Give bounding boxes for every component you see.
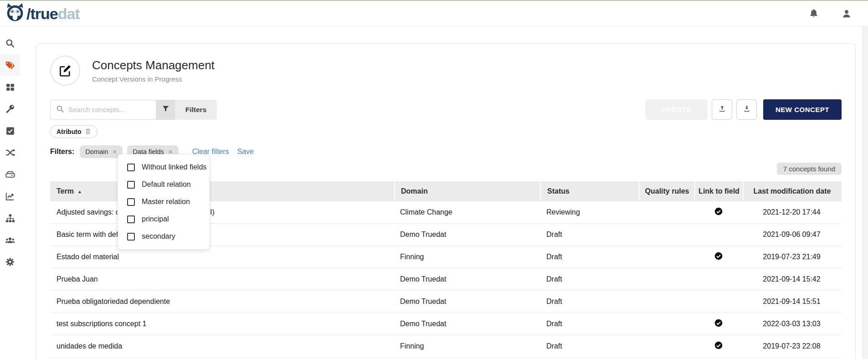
option-checkbox[interactable] [127, 164, 135, 171]
filters-bar-label: Filters: [50, 148, 74, 156]
sidebar-item-glossary[interactable] [0, 54, 20, 76]
gear-icon [5, 257, 15, 267]
sidebar-item-modules[interactable] [0, 76, 20, 98]
table-row[interactable]: unidades de medida Finning Draft 2019-07… [50, 335, 842, 358]
sitemap-icon [5, 213, 15, 223]
page-header: Concepts Management Concept Versions in … [50, 56, 842, 86]
page-scrollbar[interactable] [863, 26, 868, 359]
sidebar-nav [0, 26, 20, 359]
column-header-status[interactable]: Status [540, 181, 639, 201]
tags-icon [5, 60, 16, 70]
table-row[interactable]: test subscriptions concept 1 Demo Trueda… [50, 313, 842, 335]
search-icon [56, 105, 64, 115]
column-header-link-to-field[interactable]: Link to field [694, 181, 743, 201]
search-group: Filters [50, 100, 217, 120]
dropdown-option[interactable]: secondary [118, 228, 209, 245]
filter-funnel-button[interactable] [156, 100, 175, 120]
upload-icon [718, 104, 727, 115]
sidebar-item-credentials[interactable] [0, 98, 20, 120]
sidebar-item-users[interactable] [0, 229, 20, 251]
toolbar: Filters UPDATE NEW CONCEPT [50, 99, 842, 120]
hard-drive-icon [5, 169, 15, 180]
page-title: Concepts Management [92, 58, 215, 72]
table-row[interactable]: Prueba obligatoriedad dependiente Demo T… [50, 291, 842, 313]
users-icon [5, 235, 15, 245]
download-icon [742, 104, 751, 115]
check-square-icon [5, 126, 15, 136]
sidebar-item-quality[interactable] [0, 120, 20, 142]
results-count-badge: 7 concepts found [777, 163, 842, 175]
key-icon [5, 104, 15, 114]
option-checkbox[interactable] [127, 181, 135, 189]
dropdown-option[interactable]: Master relation [118, 193, 209, 210]
sidebar-item-search[interactable] [0, 32, 20, 54]
active-filter-chip[interactable]: Domain ✕ [80, 145, 123, 158]
sidebar-item-structures[interactable] [0, 164, 20, 185]
top-navbar: /truedat [0, 0, 868, 26]
update-button[interactable]: UPDATE [645, 99, 708, 120]
table-row[interactable]: Prueba Juan Demo Truedat Draft 2021-09-1… [50, 268, 842, 291]
sidebar-item-relations[interactable] [0, 142, 20, 164]
search-input[interactable] [68, 106, 146, 113]
shuffle-icon [5, 148, 15, 158]
user-icon[interactable] [841, 8, 853, 20]
grid-icon [5, 82, 15, 92]
dropdown-option[interactable]: Default relation [118, 176, 209, 193]
dropdown-option[interactable]: Without linked fields [118, 159, 209, 176]
owl-logo-icon [5, 3, 25, 25]
truedat-logo[interactable]: /truedat [5, 3, 80, 25]
new-concept-button[interactable]: NEW CONCEPT [763, 99, 842, 120]
column-header-quality-rules[interactable]: Quality rules [639, 181, 694, 201]
link-check-circle-icon [714, 207, 723, 217]
edit-pencil-square-icon [50, 56, 80, 86]
page-subtitle: Concept Versions in Progress [92, 75, 215, 83]
column-header-term[interactable]: Term▲ [50, 181, 394, 201]
option-checkbox[interactable] [127, 215, 135, 223]
filters-toggle-button[interactable]: Filters [175, 100, 217, 120]
bell-icon[interactable] [808, 8, 820, 20]
remove-filter-icon[interactable]: ✕ [112, 149, 117, 155]
sidebar-item-lineage[interactable] [0, 207, 20, 229]
logo-text: /truedat [26, 6, 80, 21]
upload-button[interactable] [712, 99, 732, 120]
search-icon [5, 38, 15, 48]
template-chip-atributo[interactable]: Atributo [50, 125, 98, 138]
save-filters-link[interactable]: Save [237, 148, 254, 156]
sort-asc-icon: ▲ [77, 189, 82, 194]
concepts-card: Concepts Management Concept Versions in … [36, 43, 856, 359]
link-check-circle-icon [714, 319, 723, 329]
funnel-icon [162, 105, 169, 114]
sidebar-item-settings[interactable] [0, 251, 20, 273]
download-button[interactable] [736, 99, 757, 120]
option-checkbox[interactable] [127, 233, 135, 241]
data-fields-filter-dropdown: Without linked fields Default relation M… [118, 154, 210, 250]
sidebar-item-dashboards[interactable] [0, 185, 20, 207]
link-check-circle-icon [714, 341, 723, 351]
option-checkbox[interactable] [127, 198, 135, 206]
link-check-circle-icon [714, 252, 723, 262]
trash-icon[interactable] [85, 128, 91, 136]
template-chip-row: Atributo [50, 125, 842, 138]
chart-line-icon [5, 191, 15, 201]
column-header-domain[interactable]: Domain [394, 181, 540, 201]
column-header-last-modification-date[interactable]: Last modification date [743, 181, 841, 201]
dropdown-option[interactable]: principal [118, 210, 209, 228]
